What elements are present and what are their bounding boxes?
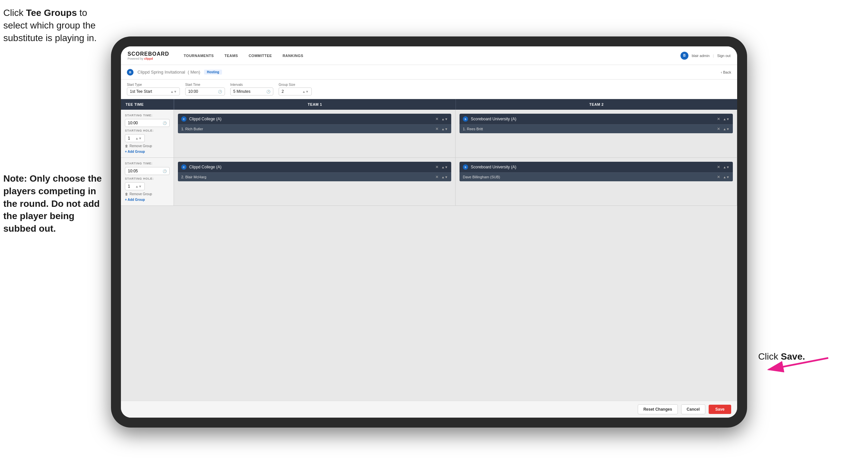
team1-icon-1: C [181,116,187,122]
start-time-input[interactable]: 10:00 🕐 [185,88,225,95]
player-row-1-2: 2. Blair McHarg ✕ ▲▼ [178,172,451,181]
group-size-value: 2 [282,89,284,94]
start-type-field: Start Type 1st Tee Start ▲▼ [127,83,180,95]
starting-hole-label-1: STARTING HOLE: [125,129,169,132]
tablet-screen: SCOREBOARD Powered by clippd TOURNAMENTS… [121,47,737,418]
team1-name-1: Clippd College (A) [189,117,433,121]
team2-name-2: Scoreboard University (A) [471,165,714,169]
nav-tournaments[interactable]: TOURNAMENTS [179,52,219,60]
main-content: STARTING TIME: 10:00 🕐 STARTING HOLE: 1 … [121,110,737,401]
remove-group-btn-2[interactable]: 🗑 Remove Group [125,192,169,196]
intervals-input[interactable]: 5 Minutes 🕐 [230,88,273,95]
logo-brand: clippd [144,57,153,60]
remove-group-btn-1[interactable]: 🗑 Remove Group [125,144,169,148]
note-text: Note: Only choose the players competing … [3,172,106,235]
team2-name-1: Scoreboard University (A) [471,117,714,121]
tournament-title: Clippd Spring Invitational (Men) [136,69,200,75]
team1-name-2: Clippd College (A) [189,165,433,169]
group-size-field: Group Size 2 ▲▼ [279,83,312,95]
instruction-text: Click Tee Groups to select which group t… [3,7,99,44]
player-remove-2-2[interactable]: ✕ [717,175,720,179]
team2-remove-1[interactable]: ✕ [717,117,720,121]
sign-out-link[interactable]: Sign out [717,54,731,58]
team1-cell-2: C Clippd College (A) ✕ ▲▼ 2. Blair McHar… [174,158,456,205]
player-expand-1-1[interactable]: ▲▼ [441,127,448,131]
tee-group-row-2: STARTING TIME: 10:05 🕐 STARTING HOLE: 1 … [121,158,737,206]
team1-remove-2[interactable]: ✕ [435,165,439,169]
th-tee-time: Tee Time [121,99,174,110]
starting-hole-value-1: 1 [128,136,130,141]
player-name-1-2: 2. Blair McHarg [181,175,433,179]
team1-expand-1[interactable]: ▲▼ [441,117,448,121]
intervals-field: Intervals 5 Minutes 🕐 [230,83,273,95]
user-avatar: B [681,52,688,60]
nav-divider: | [713,54,714,58]
start-time-field: Start Time 10:00 🕐 [185,83,225,95]
th-team1: Team 1 [174,99,456,110]
team1-remove-1[interactable]: ✕ [435,117,439,121]
team1-icon-2: C [181,165,187,170]
time-icon-1: 🕐 [163,121,167,125]
starting-time-input-2[interactable]: 10:05 🕐 [125,167,169,175]
team1-card-2: C Clippd College (A) ✕ ▲▼ 2. Blair McHar… [178,162,451,181]
group-size-label: Group Size [279,83,312,87]
start-time-label: Start Time [185,83,225,87]
starting-hole-label-2: STARTING HOLE: [125,177,169,180]
starting-hole-input-2[interactable]: 1 ▲▼ [125,182,145,190]
team1-card-header-1: C Clippd College (A) ✕ ▲▼ [178,114,451,124]
team2-card-header-2: S Scoreboard University (A) ✕ ▲▼ [460,162,733,172]
player-row-1-1: 1. Rich Butler ✕ ▲▼ [178,124,451,133]
start-time-value: 10:00 [188,89,198,94]
team2-card-header-1: S Scoreboard University (A) ✕ ▲▼ [460,114,733,124]
start-type-input[interactable]: 1st Tee Start ▲▼ [127,88,180,95]
trash-icon-1: 🗑 [125,144,128,148]
team2-cell-1: S Scoreboard University (A) ✕ ▲▼ 1. Rees… [456,110,737,157]
starting-hole-input-1[interactable]: 1 ▲▼ [125,134,145,142]
start-type-value: 1st Tee Start [130,89,152,94]
intervals-clock: 🕐 [266,90,270,93]
back-button[interactable]: ‹ Back [721,70,731,74]
save-instruction: Click Save. [758,351,805,362]
add-group-label-2: + Add Group [125,198,145,202]
nav-teams[interactable]: TEAMS [220,52,243,60]
team2-icon-1: S [463,116,468,122]
player-expand-1-2[interactable]: ▲▼ [441,175,448,179]
player-expand-2-2[interactable]: ▲▼ [723,175,730,179]
remove-group-label-2: Remove Group [129,192,152,196]
team2-card-2: S Scoreboard University (A) ✕ ▲▼ Dave Bi… [460,162,733,181]
group-size-arrow: ▲▼ [302,90,309,93]
team1-cell-1: C Clippd College (A) ✕ ▲▼ 1. Rich Butler… [174,110,456,157]
nav-items: TOURNAMENTS TEAMS COMMITTEE RANKINGS [179,52,681,60]
user-name: blair admin [692,54,710,58]
starting-hole-value-2: 1 [128,184,130,188]
team2-expand-1[interactable]: ▲▼ [723,117,730,121]
add-group-btn-1[interactable]: + Add Group [125,150,169,153]
player-name-2-1: 1. Rees Britt [463,127,714,131]
add-group-label-1: + Add Group [125,150,145,153]
group-size-input[interactable]: 2 ▲▼ [279,88,312,95]
team1-expand-2[interactable]: ▲▼ [441,166,448,169]
reset-changes-button[interactable]: Reset Changes [638,404,678,414]
nav-committee[interactable]: COMMITTEE [244,52,277,60]
hosting-badge: Hosting [204,69,222,75]
player-remove-2-1[interactable]: ✕ [717,126,720,131]
player-remove-1-1[interactable]: ✕ [435,126,439,131]
tee-time-cell-2: STARTING TIME: 10:05 🕐 STARTING HOLE: 1 … [121,158,174,205]
starting-time-input-1[interactable]: 10:00 🕐 [125,119,169,127]
th-team2: Team 2 [456,99,737,110]
team2-remove-2[interactable]: ✕ [717,165,720,169]
tee-time-cell-1: STARTING TIME: 10:00 🕐 STARTING HOLE: 1 … [121,110,174,157]
add-group-btn-2[interactable]: + Add Group [125,198,169,202]
save-button[interactable]: Save [709,405,731,414]
player-remove-1-2[interactable]: ✕ [435,175,439,179]
player-expand-2-1[interactable]: ▲▼ [723,127,730,131]
cancel-button[interactable]: Cancel [681,404,705,414]
starting-time-value-1: 10:00 [128,121,138,125]
nav-right: B blair admin | Sign out [681,52,731,60]
team2-icon-2: S [463,165,468,170]
logo-powered: Powered by clippd [128,57,169,60]
team2-expand-2[interactable]: ▲▼ [723,166,730,169]
nav-rankings[interactable]: RANKINGS [278,52,308,60]
note-prefix: Note: Only choose the players competing … [3,173,102,234]
intervals-value: 5 Minutes [233,89,250,94]
